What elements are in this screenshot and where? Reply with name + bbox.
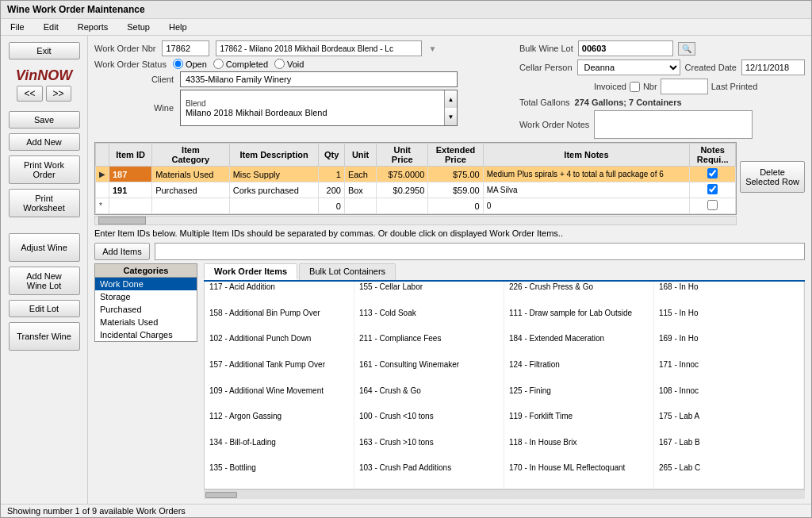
menu-file[interactable]: File xyxy=(7,21,28,33)
top-section: Work Order Nbr ▼ Work Order Status Open xyxy=(94,40,805,139)
title-bar: Wine Work Order Maintenance xyxy=(1,1,811,19)
row-extended-price: $59.00 xyxy=(428,182,483,198)
status-void-radio[interactable]: Void xyxy=(274,59,304,69)
work-order-item[interactable]: 170 - In House ML Reflectoquant xyxy=(504,462,654,489)
logo-area: VinNOW << >> xyxy=(4,67,84,103)
bulk-wine-lot-label: Bulk Wine Lot xyxy=(519,44,573,53)
work-order-item[interactable]: 226 - Crush Press & Go xyxy=(504,282,654,308)
work-order-item[interactable]: 111 - Draw sample for Lab Outside xyxy=(504,308,654,334)
total-gallons-value: 274 Gallons; 7 Containers xyxy=(575,98,682,107)
table-scrollbar[interactable] xyxy=(94,216,737,225)
bulk-wine-lot-input[interactable] xyxy=(578,40,673,56)
category-item[interactable]: Incidental Charges xyxy=(95,328,197,341)
category-item[interactable]: Storage xyxy=(95,290,197,303)
wine-scroll-up[interactable]: ▲ xyxy=(445,90,457,108)
exit-button[interactable]: Exit xyxy=(9,42,80,59)
wine-scrollbar: ▲ ▼ xyxy=(444,90,457,125)
menu-setup[interactable]: Setup xyxy=(124,21,153,33)
row-notes-req[interactable] xyxy=(690,198,736,214)
row-unit: Each xyxy=(344,167,376,182)
transfer-wine-button[interactable]: Transfer Wine xyxy=(9,322,80,351)
nav-next-button[interactable]: >> xyxy=(46,86,71,102)
print-work-order-button[interactable]: Print Work Order xyxy=(9,155,80,184)
wine-row: Wine Blend Milano 2018 Mikhail Bordeaux … xyxy=(94,90,500,126)
adjust-wine-button[interactable]: Adjust Wine xyxy=(9,233,80,262)
menu-edit[interactable]: Edit xyxy=(40,21,62,33)
nav-prev-button[interactable]: << xyxy=(17,86,42,102)
work-order-item[interactable]: 168 - In Ho xyxy=(654,282,804,308)
work-order-item[interactable]: 158 - Additional Bin Pump Over xyxy=(205,308,354,334)
row-notes-req[interactable] xyxy=(690,167,736,182)
work-order-item[interactable]: 112 - Argon Gassing xyxy=(205,411,354,437)
tab-work-order-items[interactable]: Work Order Items xyxy=(204,263,297,280)
col-unit: Unit xyxy=(344,144,376,167)
delete-selected-row-button[interactable]: Delete Selected Row xyxy=(740,161,805,193)
tab-bulk-lot-containers[interactable]: Bulk Lot Containers xyxy=(299,263,396,280)
work-order-item[interactable]: 124 - Filtration xyxy=(504,359,654,386)
created-date-input[interactable] xyxy=(741,59,805,75)
nbr-input[interactable] xyxy=(661,79,708,94)
work-order-item[interactable]: 155 - Cellar Labor xyxy=(354,282,504,308)
work-order-nbr-input[interactable] xyxy=(162,40,209,56)
delete-btn-container: Delete Selected Row xyxy=(740,142,805,225)
wine-scroll-down[interactable]: ▼ xyxy=(445,108,457,125)
work-order-item[interactable]: 163 - Crush >10 tons xyxy=(354,437,504,463)
enter-items-row: Enter Item IDs below. Multiple Item IDs … xyxy=(94,228,805,238)
items-grid-scrollbar[interactable] xyxy=(204,489,805,499)
work-order-item[interactable]: 164 - Crush & Go xyxy=(354,386,504,412)
status-open-radio[interactable]: Open xyxy=(173,59,207,69)
row-item-id xyxy=(109,198,152,214)
work-order-item[interactable]: 113 - Cold Soak xyxy=(354,308,504,334)
add-items-button[interactable]: Add Items xyxy=(94,243,150,260)
invoiced-checkbox[interactable] xyxy=(630,82,640,92)
nbr-label: Nbr xyxy=(643,82,657,91)
table-row[interactable]: ▶ 187 Materials Used Misc Supply 1 Each … xyxy=(96,167,736,182)
work-order-item[interactable]: 157 - Additional Tank Pump Over xyxy=(205,359,354,386)
work-order-item[interactable]: 171 - Innoc xyxy=(654,359,804,386)
status-completed-radio[interactable]: Completed xyxy=(213,59,268,69)
work-order-item[interactable]: 184 - Extended Maceration xyxy=(504,333,654,359)
work-order-item[interactable]: 103 - Crush Pad Additions xyxy=(354,462,504,489)
work-order-item[interactable]: 161 - Consulting Winemaker xyxy=(354,359,504,386)
category-item[interactable]: Purchased xyxy=(95,303,197,316)
work-order-desc-input[interactable] xyxy=(216,40,422,56)
work-order-item[interactable]: 265 - Lab C xyxy=(654,462,804,489)
work-order-item[interactable]: 169 - In Ho xyxy=(654,333,804,359)
cellar-person-select[interactable]: Deanna xyxy=(577,59,680,75)
work-order-item[interactable]: 100 - Crush <10 tons xyxy=(354,411,504,437)
col-extended-price: ExtendedPrice xyxy=(428,144,483,167)
work-order-item[interactable]: 115 - In Ho xyxy=(654,308,804,334)
add-new-wine-lot-button[interactable]: Add New Wine Lot xyxy=(9,267,80,295)
work-order-item[interactable]: 125 - Fining xyxy=(504,386,654,412)
table-row[interactable]: * 0 0 0 xyxy=(96,198,736,214)
add-items-row: Add Items xyxy=(94,243,805,260)
add-items-input[interactable] xyxy=(155,243,805,260)
menu-help[interactable]: Help xyxy=(166,21,190,33)
work-order-item[interactable]: 135 - Bottling xyxy=(205,462,354,489)
work-order-item[interactable]: 167 - Lab B xyxy=(654,437,804,463)
edit-lot-button[interactable]: Edit Lot xyxy=(9,300,80,317)
row-unit xyxy=(344,198,376,214)
work-order-item[interactable]: 117 - Acid Addition xyxy=(205,282,354,308)
work-order-item[interactable]: 134 - Bill-of-Lading xyxy=(205,437,354,463)
created-date-label: Created Date xyxy=(685,63,737,72)
category-item[interactable]: Materials Used xyxy=(95,316,197,328)
work-order-notes-input[interactable] xyxy=(594,110,753,139)
category-item[interactable]: Work Done xyxy=(95,278,197,290)
work-order-item[interactable]: 118 - In House Brix xyxy=(504,437,654,463)
menu-reports[interactable]: Reports xyxy=(75,21,112,33)
work-order-item[interactable]: 102 - Additional Punch Down xyxy=(205,333,354,359)
invoiced-row: x Invoiced Nbr Last Printed xyxy=(519,79,805,94)
bulk-search-button[interactable]: 🔍 xyxy=(678,42,695,56)
work-order-item[interactable]: 211 - Compliance Fees xyxy=(354,333,504,359)
work-order-item[interactable]: 119 - Forklift Time xyxy=(504,411,654,437)
row-notes-req[interactable] xyxy=(690,182,736,198)
work-order-item[interactable]: 175 - Lab A xyxy=(654,411,804,437)
work-order-item[interactable]: 109 - Additional Wine Movement xyxy=(205,386,354,412)
print-worksheet-button[interactable]: Print Worksheet xyxy=(9,189,80,217)
table-row[interactable]: 191 Purchased Corks purchased 200 Box $0… xyxy=(96,182,736,198)
add-new-button[interactable]: Add New xyxy=(9,133,80,151)
save-button[interactable]: Save xyxy=(9,111,80,129)
row-category: Purchased xyxy=(152,182,230,198)
work-order-item[interactable]: 108 - Innoc xyxy=(654,386,804,412)
